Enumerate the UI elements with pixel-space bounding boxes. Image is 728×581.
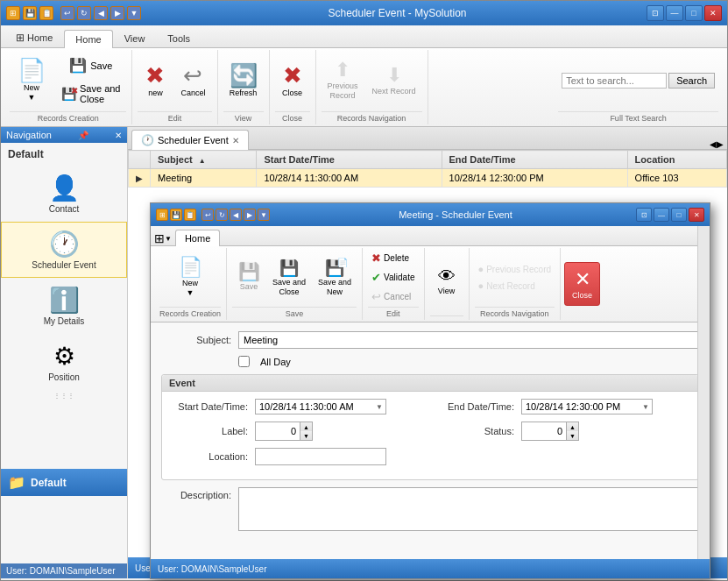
next-record-label: Next Record <box>372 87 416 96</box>
nav-item-position[interactable]: ⚙ Position <box>1 334 127 390</box>
modal-prev-button[interactable]: ● Previous Record <box>475 262 555 276</box>
modal-view-button[interactable]: 👁 View <box>430 264 463 300</box>
col-location[interactable]: Location <box>627 151 726 169</box>
save-button[interactable]: 💾 Save <box>55 53 126 77</box>
main-close-button[interactable]: ✖ Close <box>275 60 310 102</box>
modal-validate-button[interactable]: ✔ Validate <box>368 269 418 286</box>
tab-scheduler-event[interactable]: 🕐 Scheduler Event ✕ <box>131 130 249 150</box>
refresh-button[interactable]: 🔄 Refresh <box>223 60 264 102</box>
description-input[interactable] <box>238 487 699 531</box>
new-label: New▼ <box>24 83 39 103</box>
modal-view-icon: 👁 <box>438 267 456 285</box>
modal-min-btn[interactable]: — <box>654 208 669 222</box>
status-down-btn[interactable]: ▼ <box>566 431 578 440</box>
modal-restore-btn[interactable]: ⊡ <box>636 208 652 222</box>
nav-close-icon[interactable]: ✕ <box>115 131 122 140</box>
main-window-title: Scheduler Event - MySolution <box>148 7 647 19</box>
modal-undo-icon[interactable]: ↩ <box>201 209 214 221</box>
subject-row: Subject: <box>161 331 699 349</box>
status-up-btn[interactable]: ▲ <box>566 422 578 431</box>
label-input[interactable] <box>256 424 300 438</box>
modal-menu-icon[interactable]: ▼ <box>258 209 270 221</box>
prev-record-button[interactable]: ⬆ PreviousRecord <box>322 57 364 104</box>
modal-ribbon: 📄 New▼ Records Creation 💾 Save 💾 <box>151 246 710 322</box>
status-row: Status: ▲ ▼ <box>435 422 691 441</box>
tab-close-button[interactable]: ✕ <box>232 136 239 145</box>
save-label: Save <box>90 60 112 71</box>
modal-redo-icon[interactable]: ↻ <box>216 209 228 221</box>
modal-save-button[interactable]: 💾 Save <box>232 259 265 295</box>
forward-icon[interactable]: ▶ <box>110 6 124 20</box>
ribbon-tabs: ⊞ Home Home View Tools <box>1 25 727 48</box>
modal-tab-home[interactable]: Home <box>175 230 220 246</box>
subject-input[interactable] <box>238 331 699 349</box>
modal-grid-icon[interactable]: ⊞ <box>154 231 165 245</box>
nav-footer[interactable]: 📁 Default <box>1 469 127 496</box>
location-row: Location: <box>169 448 425 465</box>
delete-label: new <box>148 89 163 98</box>
tab-tools[interactable]: Tools <box>156 29 201 47</box>
event-section: Event Start Date/Time: Label: <box>161 374 699 480</box>
search-button[interactable]: Search <box>668 73 715 89</box>
table-row[interactable]: ▶ Meeting 10/28/14 11:30:00 AM 10/28/14 … <box>129 169 727 188</box>
col-start-datetime[interactable]: Start Date/Time <box>257 151 442 169</box>
undo-icon[interactable]: ↩ <box>60 6 74 20</box>
end-datetime-input[interactable] <box>521 399 653 414</box>
modal-max-btn[interactable]: □ <box>671 208 687 222</box>
modal-scrollbar[interactable] <box>697 226 710 559</box>
modal-fwd-icon[interactable]: ▶ <box>244 209 256 221</box>
modal-new-button[interactable]: 📄 New▼ <box>173 254 208 301</box>
modal-grid-arrow[interactable]: ▼ <box>165 235 172 243</box>
ribbon-group-edit: ✖ new ↩ Cancel Edit <box>132 50 217 124</box>
status-spinner: ▲ ▼ <box>521 422 579 441</box>
restore-button[interactable]: ⊡ <box>647 5 664 21</box>
start-datetime-input[interactable] <box>255 399 386 414</box>
scheduler-icon: 🕐 <box>49 230 80 259</box>
tab-view[interactable]: View <box>113 29 157 47</box>
search-input[interactable] <box>562 73 667 89</box>
scheduler-table: Subject ▲ Start Date/Time End Date/Time … <box>128 150 727 188</box>
modal-cancel-button[interactable]: ↩ Cancel <box>368 288 418 305</box>
label-spinner: ▲ ▼ <box>255 422 313 441</box>
tab-home[interactable]: ⊞ Home <box>4 27 64 47</box>
nav-item-contact[interactable]: 👤 Contact <box>1 166 127 222</box>
modal-save-new-button[interactable]: 💾📄 Save andNew <box>313 255 357 301</box>
cancel-button[interactable]: ↩ Cancel <box>174 60 211 102</box>
col-end-datetime[interactable]: End Date/Time <box>442 151 627 169</box>
nav-item-my-details[interactable]: ℹ️ My Details <box>1 278 127 334</box>
modal-close-ribbon-button[interactable]: ✕ Close <box>564 262 600 306</box>
tab-home-active[interactable]: Home <box>64 30 112 48</box>
back-icon[interactable]: ◀ <box>94 6 108 20</box>
modal-back-icon[interactable]: ◀ <box>230 209 242 221</box>
modal-save-label: Save <box>240 282 258 292</box>
label-down-btn[interactable]: ▼ <box>300 431 312 440</box>
tabs-arrow-right[interactable]: ▶ <box>717 139 724 149</box>
tabs-arrow-left[interactable]: ◀ <box>710 139 717 149</box>
modal-next-button[interactable]: ● Next Record <box>475 279 555 293</box>
maximize-button[interactable]: □ <box>685 5 703 21</box>
ribbon-group-view: 🔄 Refresh View <box>218 50 270 124</box>
nav-pin-icon[interactable]: 📌 <box>78 131 88 140</box>
description-row: Description: <box>161 487 699 531</box>
main-ribbon: 📄 New▼ 💾 Save 💾✖ Save andClose <box>1 48 727 127</box>
status-input[interactable] <box>522 424 566 438</box>
nav-item-scheduler[interactable]: 🕐 Scheduler Event <box>1 222 127 278</box>
menu-icon[interactable]: ▼ <box>127 6 141 20</box>
location-input[interactable] <box>255 448 386 465</box>
redo-icon[interactable]: ↻ <box>77 6 91 20</box>
close-button[interactable]: ✕ <box>704 5 722 21</box>
modal-delete-button[interactable]: ✖ Delete <box>368 250 418 266</box>
col-subject[interactable]: Subject ▲ <box>151 151 257 169</box>
new-button[interactable]: 📄 New▼ <box>10 55 53 106</box>
next-record-button[interactable]: ⬇ Next Record <box>366 62 422 100</box>
label-up-btn[interactable]: ▲ <box>300 422 312 431</box>
save-close-icon: 💾✖ <box>61 86 76 102</box>
save-close-button[interactable]: 💾✖ Save andClose <box>55 80 126 108</box>
minimize-button[interactable]: — <box>666 5 683 21</box>
refresh-label: Refresh <box>230 89 258 98</box>
delete-button[interactable]: ✖ new <box>138 60 173 102</box>
modal-save-close-button[interactable]: 💾 Save andClose <box>267 255 311 301</box>
modal-status-bar: User: DOMAIN\SampleUser <box>151 559 710 578</box>
allday-checkbox[interactable] <box>238 356 250 367</box>
modal-close-btn[interactable]: ✕ <box>689 208 704 222</box>
